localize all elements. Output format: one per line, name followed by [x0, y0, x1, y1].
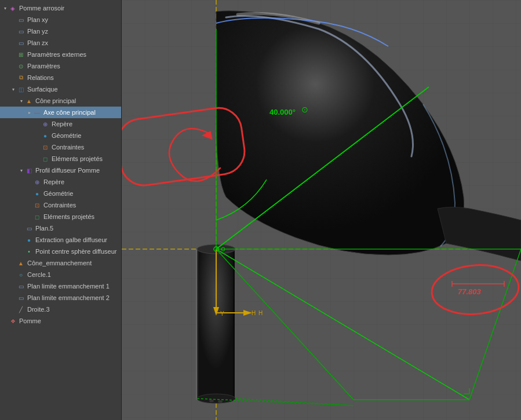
svg-rect-31: [122, 105, 247, 188]
tree-icon-plane: ▭: [24, 224, 34, 233]
expand-arrow-elements-projetes-2[interactable]: [27, 212, 32, 221]
tree-icon-relations: ⧉: [16, 73, 25, 82]
tree-label-repere-1: Repère: [52, 121, 72, 127]
tree-label-axe-cone-principal: Axe cône principal: [43, 109, 96, 116]
tree-icon-plane: ▭: [16, 15, 25, 24]
tree-item-parametres-externes[interactable]: ⊞Paramètres externes: [0, 49, 121, 60]
tree-item-geometrie-2[interactable]: ●Géométrie: [0, 188, 121, 199]
tree-item-plan-yz[interactable]: ▭Plan yz: [0, 25, 121, 37]
tree-label-droite3: Droite.3: [27, 306, 50, 313]
tree-item-repere-1[interactable]: ⊕Repère: [0, 118, 121, 130]
tree-item-axe-cone-principal[interactable]: ▸—Axe cône principal: [0, 107, 121, 118]
tree-icon-ext: ⊞: [16, 50, 25, 59]
svg-line-33: [235, 399, 354, 406]
expand-arrow-cone-emmanchement[interactable]: [10, 258, 16, 268]
tree-panel: ▾◈Pomme arrosoir▭Plan xy▭Plan yz▭Plan zx…: [0, 0, 122, 420]
tree-item-geometrie-1[interactable]: ●Géométrie: [0, 130, 121, 141]
tree-item-extraction-galbe[interactable]: ●Extraction galbe diffuseur: [0, 234, 121, 246]
tree-label-parametres: Paramètres: [27, 63, 60, 70]
tree-item-elements-projetes-2[interactable]: ◻Eléments projetés: [0, 211, 121, 222]
expand-arrow-contraintes-1[interactable]: [35, 143, 41, 152]
tree-item-parametres[interactable]: ⊙Paramètres: [0, 60, 121, 72]
tree-item-droite3[interactable]: ╱Droite.3: [0, 304, 121, 315]
tree-item-contraintes-2[interactable]: ⊡Contraintes: [0, 199, 121, 211]
tree-item-surfacique[interactable]: ▾◫Surfacique: [0, 83, 121, 95]
svg-rect-2: [197, 249, 235, 400]
svg-point-21: [214, 247, 218, 251]
tree-icon-elem: ◻: [41, 154, 50, 163]
svg-point-29: [430, 262, 521, 318]
tree-icon-repere: ⊕: [32, 177, 42, 187]
tree-item-repere-2[interactable]: ⊕Repère: [0, 176, 121, 188]
tree-item-elements-projetes-1[interactable]: ◻Eléments projetés: [0, 153, 121, 165]
expand-arrow-axe-cone-principal[interactable]: ▸: [27, 108, 32, 117]
svg-point-7: [209, 400, 214, 402]
tree-icon-part: ◈: [8, 3, 17, 13]
tree-icon-geom: ●: [41, 131, 50, 140]
tree-label-plan-yz: Plan yz: [27, 28, 48, 35]
tree-item-relations[interactable]: ⧉Relations: [0, 72, 121, 83]
expand-arrow-droite3[interactable]: [10, 305, 16, 314]
tree-label-contraintes-2: Contraintes: [43, 202, 76, 209]
tree-item-pomme[interactable]: ❖Pomme: [0, 315, 121, 327]
expand-arrow-parametres[interactable]: [10, 61, 16, 71]
tree-label-parametres-externes: Paramètres externes: [27, 52, 86, 58]
tree-item-cercle1[interactable]: ○Cercle.1: [0, 269, 121, 280]
tree-label-pomme-arrosoir: Pomme arrosoir: [19, 5, 64, 12]
expand-arrow-profil-diffuseur[interactable]: ▾: [19, 166, 24, 175]
expand-arrow-surfacique[interactable]: ▾: [10, 85, 16, 94]
expand-arrow-relations[interactable]: [10, 73, 16, 82]
svg-rect-3: [196, 249, 198, 400]
tree-item-plan-limite-2[interactable]: ▭Plan limite emmanchement 2: [0, 292, 121, 304]
expand-arrow-pomme-arrosoir[interactable]: ▾: [2, 3, 8, 13]
expand-arrow-plan-zx[interactable]: [10, 38, 16, 48]
tree-label-plan-limite-2: Plan limite emmanchement 2: [27, 295, 110, 301]
tree-item-plan-zx[interactable]: ▭Plan zx: [0, 37, 121, 49]
dim-annotation-text: 77.803: [458, 287, 482, 296]
expand-arrow-parametres-externes[interactable]: [10, 50, 16, 59]
tree-item-plan5[interactable]: ▭Plan.5: [0, 222, 121, 234]
expand-arrow-geometrie-1[interactable]: [35, 131, 41, 140]
3d-viewport[interactable]: 40.000° ⊙ Y H H 77.80: [122, 0, 521, 420]
tree-item-point-centre[interactable]: •Point centre sphère diffuseur: [0, 246, 121, 257]
expand-arrow-contraintes-2[interactable]: [27, 200, 32, 210]
svg-line-25: [469, 249, 521, 400]
tree-label-relations: Relations: [27, 75, 54, 81]
expand-arrow-plan5[interactable]: [19, 224, 24, 233]
tree-label-surfacique: Surfacique: [27, 86, 58, 93]
tree-item-cone-emmanchement[interactable]: ▲Cône_emmanchement: [0, 257, 121, 269]
tree-icon-circle: ○: [16, 270, 25, 279]
tree-item-pomme-arrosoir[interactable]: ▾◈Pomme arrosoir: [0, 2, 121, 14]
tree-icon-plane: ▭: [16, 38, 25, 48]
expand-arrow-elements-projetes-1[interactable]: [35, 154, 41, 163]
tree-label-geometrie-1: Géométrie: [52, 133, 81, 139]
expand-arrow-extraction-galbe[interactable]: [19, 235, 24, 244]
svg-line-23: [216, 249, 354, 400]
expand-arrow-point-centre[interactable]: [19, 247, 24, 256]
svg-text:Y: Y: [220, 311, 224, 317]
tree-icon-pomme: ❖: [8, 316, 17, 326]
tree-label-plan-zx: Plan zx: [27, 40, 48, 46]
expand-arrow-cercle1[interactable]: [10, 270, 16, 279]
tree-icon-constraint: ⊡: [32, 200, 42, 210]
tree-label-elements-projetes-1: Eléments projetés: [52, 156, 103, 162]
expand-arrow-cone-principal[interactable]: ▾: [19, 96, 24, 105]
expand-arrow-plan-yz[interactable]: [10, 27, 16, 36]
tree-item-profil-diffuseur[interactable]: ▾◧Profil diffuseur Pomme: [0, 165, 121, 176]
expand-arrow-pomme[interactable]: [2, 316, 8, 326]
expand-arrow-repere-2[interactable]: [27, 177, 32, 187]
tree-item-plan-xy[interactable]: ▭Plan xy: [0, 14, 121, 25]
svg-line-9: [216, 87, 429, 249]
expand-arrow-repere-1[interactable]: [35, 119, 41, 129]
expand-arrow-plan-limite-1[interactable]: [10, 282, 16, 291]
tree-icon-repere: ⊕: [41, 119, 50, 129]
expand-arrow-plan-limite-2[interactable]: [10, 293, 16, 302]
tree-item-contraintes-1[interactable]: ⊡Contraintes: [0, 141, 121, 153]
tree-item-cone-principal[interactable]: ▾▲Cône principal: [0, 95, 121, 107]
expand-arrow-plan-xy[interactable]: [10, 15, 16, 24]
svg-line-10: [216, 249, 469, 400]
tree-item-plan-limite-1[interactable]: ▭Plan limite emmanchement 1: [0, 280, 121, 292]
svg-text:H: H: [258, 310, 263, 316]
tree-label-cercle1: Cercle.1: [27, 272, 51, 278]
expand-arrow-geometrie-2[interactable]: [27, 189, 32, 198]
